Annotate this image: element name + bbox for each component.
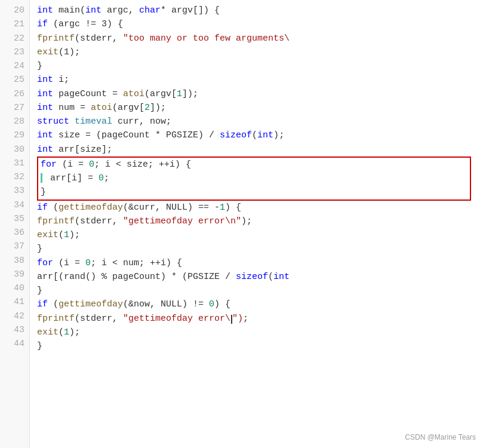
line-number: 44 — [5, 337, 24, 351]
code-token: ) { — [214, 299, 230, 309]
line-number: 42 — [5, 309, 24, 323]
line-numbers: 2021222324252627282930313233343536373839… — [0, 0, 30, 448]
code-token: int — [37, 145, 53, 155]
box-middle: arr[i] = 0; — [37, 171, 471, 185]
code-token: (stderr, — [75, 216, 123, 226]
code-line: } — [37, 242, 483, 256]
code-token: int — [37, 75, 53, 85]
code-token: "gettimeofday error\ — [123, 314, 230, 324]
code-token: for — [37, 258, 53, 268]
code-token: ; — [279, 130, 284, 140]
code-line: struct timeval curr, now; — [37, 115, 483, 128]
code-line: fprintf(stderr, "too many or too few arg… — [37, 32, 483, 45]
line-number: 31 — [5, 157, 24, 170]
code-editor: 2021222324252627282930313233343536373839… — [0, 0, 483, 448]
code-token: sizeof — [236, 272, 268, 282]
code-token: int — [85, 5, 101, 16]
line-number: 40 — [5, 281, 24, 295]
code-token: ; — [104, 173, 109, 183]
code-line: if (argc != 3) { — [37, 17, 483, 31]
line-number: 34 — [5, 198, 24, 212]
code-token: i; — [53, 75, 69, 85]
code-line: } — [37, 185, 483, 200]
line-number: 35 — [5, 212, 24, 226]
code-area[interactable]: int main(int argc, char* argv[]) { if (a… — [30, 0, 483, 448]
box-start: for (i = 0; i < size; ++i) { — [37, 157, 471, 171]
code-token: 0 — [209, 299, 214, 309]
line-number: 25 — [5, 73, 24, 87]
code-token: int — [37, 89, 53, 99]
box-end: } — [37, 185, 471, 200]
code-token: char — [139, 5, 161, 16]
line-bar — [41, 173, 42, 183]
code-token: if — [37, 299, 48, 309]
line-number: 24 — [5, 59, 24, 73]
code-token: struct — [37, 116, 69, 127]
code-token: timeval — [75, 116, 112, 127]
code-token: (i = — [57, 159, 89, 170]
code-line: fprintf(stderr, "gettimeofday error\"); — [37, 312, 483, 326]
code-token: ; — [243, 314, 248, 324]
code-line: } — [37, 339, 483, 353]
code-token: ( — [59, 230, 64, 240]
code-token: int — [257, 130, 273, 140]
code-token: (&now, NULL) != — [123, 299, 209, 309]
code-line: int i; — [37, 73, 483, 87]
code-line: arr[i] = 0; — [37, 171, 483, 185]
code-line: if (gettimeofday(&curr, NULL) == -1) { — [37, 201, 483, 214]
code-token: fprintf — [37, 216, 75, 226]
code-token: arr[i] = — [45, 173, 99, 183]
line-number: 27 — [5, 101, 24, 115]
code-token: ( — [268, 272, 273, 282]
code-token: atoi — [91, 103, 112, 113]
line-number: 33 — [5, 184, 24, 198]
code-token: for — [41, 159, 57, 170]
code-token: argc, — [101, 5, 139, 16]
code-token: if — [37, 19, 48, 29]
code-token: ") — [232, 314, 243, 324]
code-token: ( — [48, 202, 59, 213]
code-token: int — [37, 5, 53, 16]
watermark: CSDN @Marine Tears — [405, 432, 476, 443]
code-token: 0 — [85, 258, 91, 268]
code-token: "gettimeofday error\n" — [123, 216, 241, 226]
code-line: exit(1); — [37, 45, 483, 59]
code-line: int size = (pageCount * PGSIZE) / sizeof… — [37, 128, 483, 142]
code-token: (i = — [53, 258, 85, 268]
code-token: arr[size]; — [53, 145, 112, 155]
line-number: 38 — [5, 254, 24, 268]
code-token: ; i < num; ++i) { — [91, 258, 182, 268]
line-number: 39 — [5, 268, 24, 281]
code-token: ( — [48, 299, 59, 309]
code-token: ]); — [150, 103, 166, 113]
code-line: int num = atoi(argv[2]); — [37, 101, 483, 115]
code-token: (stderr, — [75, 33, 123, 44]
code-token: curr, now; — [112, 116, 171, 127]
code-token: (argc != 3) { — [48, 19, 123, 29]
code-line: int arr[size]; — [37, 143, 483, 157]
code-token — [69, 116, 75, 127]
code-line: exit(1); — [37, 228, 483, 242]
code-token: sizeof — [220, 130, 252, 140]
code-line: } — [37, 59, 483, 73]
code-token: gettimeofday — [59, 299, 123, 309]
code-line: } — [37, 284, 483, 297]
line-number: 37 — [5, 240, 24, 253]
code-token: 1 — [64, 230, 69, 240]
code-token: exit — [37, 230, 59, 240]
code-token: } — [41, 187, 46, 197]
code-token: * argv[]) { — [161, 5, 220, 16]
line-number: 32 — [5, 170, 24, 184]
code-token: fprintf — [37, 314, 75, 324]
line-number: 41 — [5, 295, 24, 309]
code-token: ]); — [182, 89, 198, 99]
code-token: int — [37, 103, 53, 113]
code-token: (1); — [59, 47, 80, 57]
code-token: num = — [53, 103, 91, 113]
code-token: int — [273, 272, 290, 282]
code-token: } — [37, 341, 42, 351]
code-token: ( — [252, 130, 257, 140]
line-number: 36 — [5, 226, 24, 240]
code-line: for (i = 0; i < num; ++i) { — [37, 256, 483, 270]
code-token: 0 — [89, 159, 94, 170]
